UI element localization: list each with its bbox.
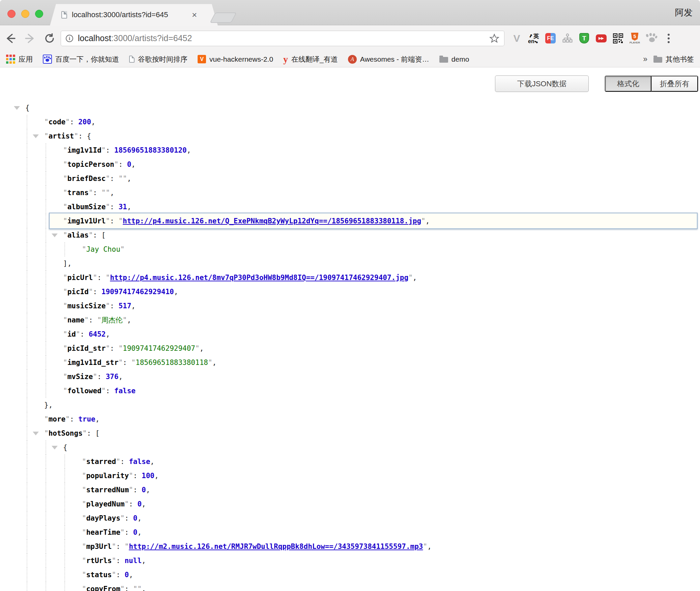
- indent-guide: [27, 370, 27, 384]
- json-line: "img1v1Id": 18569651883380120,: [0, 143, 700, 157]
- indent-guide: [64, 511, 65, 525]
- json-line: "mvSize": 376,: [0, 370, 700, 384]
- json-line: "briefDesc": "",: [0, 172, 700, 186]
- json-line: "artist": {: [0, 129, 700, 143]
- json-line: "hearTime": 0,: [0, 525, 700, 539]
- bookmark-google-sort[interactable]: 谷歌按时间排序: [129, 55, 187, 64]
- indent-guide: [27, 271, 27, 285]
- bookmark-apps[interactable]: 应用: [6, 55, 33, 64]
- bookmark-youdao[interactable]: y 在线翻译_有道: [283, 55, 338, 64]
- bookmark-label: vue-hackernews-2.0: [209, 55, 273, 63]
- paw-extension-icon[interactable]: [646, 32, 657, 45]
- json-line: "status": 0,: [0, 568, 700, 582]
- json-line: "topicPerson": 0,: [0, 157, 700, 172]
- tab-close-icon[interactable]: ×: [192, 10, 197, 19]
- json-line: "hotSongs": [: [0, 426, 700, 440]
- indent-guide: [27, 525, 27, 539]
- bookmark-baidu[interactable]: 百度一下，你就知道: [43, 55, 119, 64]
- collapse-arrow-icon[interactable]: [52, 446, 58, 449]
- collapse-arrow-icon[interactable]: [33, 134, 39, 138]
- zoom-window-button[interactable]: [35, 10, 43, 18]
- indent-guide: [27, 426, 27, 440]
- bookmark-folder-demo[interactable]: demo: [439, 55, 469, 63]
- forward-icon[interactable]: [24, 33, 36, 44]
- tampermonkey-icon[interactable]: T: [579, 32, 590, 45]
- folder-icon: [439, 57, 448, 63]
- bookmarks-bar: 应用 百度一下，你就知道 谷歌按时间排序 V vue-hackernews-2.…: [0, 51, 700, 67]
- url-host: localhost: [78, 33, 111, 43]
- json-line: "alias": [: [0, 228, 700, 242]
- json-line: "picId": 19097417462929410,: [0, 285, 700, 299]
- bookmark-label: demo: [451, 55, 469, 63]
- json-line: "copyFrom": "",: [0, 582, 700, 591]
- fe-extension-icon[interactable]: FE: [545, 32, 556, 45]
- collapse-arrow-icon[interactable]: [14, 106, 20, 110]
- indent-guide: [46, 511, 46, 525]
- indent-guide: [64, 568, 65, 582]
- json-viewer: {"code": 200,"artist": {"img1v1Id": 1856…: [0, 101, 700, 591]
- page-info-icon[interactable]: i: [66, 35, 73, 42]
- json-url-link[interactable]: http://p4.music.126.net/8mv7qP30Pd3oHW8b…: [110, 274, 408, 282]
- json-line: },: [0, 398, 700, 412]
- download-json-button[interactable]: 下载JSON数据: [495, 75, 589, 92]
- qr-code-icon[interactable]: [612, 32, 623, 45]
- profile-name[interactable]: 阿发: [675, 7, 693, 19]
- bookmark-awesomes[interactable]: A Awesomes - 前端资…: [348, 55, 429, 64]
- baidu-paw-icon: [43, 55, 52, 64]
- json-line: "code": 200,: [0, 115, 700, 129]
- html5-player-icon[interactable]: 5 PLAYER: [629, 32, 640, 45]
- tab-title: localhost:3000/artists?id=645: [72, 10, 186, 19]
- collapse-arrow-icon[interactable]: [52, 234, 58, 237]
- json-url-link[interactable]: http://p4.music.126.net/Q_ExePNkmqB2yWyL…: [123, 217, 421, 225]
- window-controls: [7, 10, 43, 18]
- indent-guide: [46, 285, 46, 299]
- bookmark-vue-hackernews[interactable]: V vue-hackernews-2.0: [198, 55, 273, 63]
- indent-guide: [46, 313, 46, 327]
- json-line: "starred": false,: [0, 455, 700, 469]
- json-line: "more": true,: [0, 412, 700, 426]
- json-line: "albumSize": 31,: [0, 200, 700, 214]
- json-line: {: [0, 440, 700, 455]
- bookmark-label: 应用: [19, 55, 33, 64]
- indent-guide: [27, 469, 27, 483]
- browser-tab[interactable]: localhost:3000/artists?id=645 ×: [50, 4, 218, 26]
- format-button[interactable]: 格式化: [605, 76, 651, 92]
- collapse-arrow-icon[interactable]: [33, 432, 39, 435]
- vue-devtools-icon[interactable]: V: [511, 32, 522, 45]
- json-url-link[interactable]: http://m2.music.126.net/RMJR7wDullRqppBk…: [129, 542, 423, 551]
- json-line: "musicSize": 517,: [0, 299, 700, 313]
- translate-extension-icon[interactable]: ⬈ 英 en ⬊: [528, 32, 539, 45]
- back-icon[interactable]: [5, 33, 16, 44]
- indent-guide: [27, 313, 27, 327]
- bookmark-star-icon[interactable]: [489, 33, 499, 43]
- folder-icon: [653, 57, 662, 63]
- reload-icon[interactable]: [44, 33, 55, 44]
- indent-guide: [46, 370, 46, 384]
- indent-guide: [64, 469, 65, 483]
- minimize-window-button[interactable]: [21, 10, 29, 18]
- indent-guide: [27, 157, 27, 172]
- collapse-all-button[interactable]: 折叠所有: [651, 76, 698, 92]
- video-speed-icon[interactable]: ▶▶: [595, 32, 607, 45]
- other-bookmarks[interactable]: 其他书签: [653, 55, 694, 64]
- address-bar[interactable]: i localhost:3000/artists?id=6452: [61, 31, 504, 46]
- bookmark-label: 百度一下，你就知道: [55, 55, 119, 64]
- indent-guide: [64, 483, 65, 497]
- close-window-button[interactable]: [7, 10, 16, 18]
- indent-guide: [27, 539, 27, 554]
- url-text[interactable]: localhost:3000/artists?id=6452: [78, 33, 192, 43]
- indent-guide: [27, 398, 27, 412]
- sitemap-extension-icon[interactable]: [562, 32, 573, 45]
- indent-guide: [64, 525, 65, 539]
- bookmarks-overflow-chevron[interactable]: »: [643, 55, 647, 64]
- arrow-up-icon: ⬈: [528, 32, 533, 38]
- indent-guide: [64, 582, 65, 591]
- json-line: ],: [0, 256, 700, 271]
- indent-guide: [46, 483, 46, 497]
- indent-guide: [27, 256, 27, 271]
- indent-guide: [64, 455, 65, 469]
- browser-menu-icon[interactable]: [668, 34, 670, 43]
- indent-guide: [27, 143, 27, 157]
- indent-guide: [46, 172, 46, 186]
- indent-guide: [64, 497, 65, 511]
